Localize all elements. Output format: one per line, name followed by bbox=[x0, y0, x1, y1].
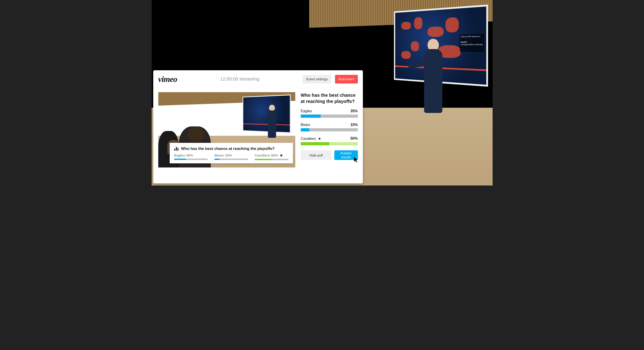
overlay-result-label: Eagles 35% bbox=[174, 153, 208, 157]
hide-poll-button[interactable]: Hide poll bbox=[301, 150, 332, 160]
streaming-time-label: 12:00:00 streaming bbox=[181, 76, 299, 82]
overlay-result-bar bbox=[174, 159, 208, 160]
vimeo-live-window: imeo 12:00:00 streaming Event settings E… bbox=[153, 70, 363, 183]
poll-option-name: Eagles bbox=[301, 109, 312, 113]
composite-stage: GDP pc PPP (Kummu e EarthTi Carnegie Mel… bbox=[152, 0, 492, 186]
poll-option-percent: 50% bbox=[350, 136, 358, 141]
star-icon: ★ bbox=[279, 153, 283, 157]
event-settings-button[interactable]: Event settings bbox=[302, 75, 331, 83]
overlay-results: Eagles 35%Bears 15%Cavaliers 50% ★ bbox=[174, 153, 288, 160]
poll-panel: Who has the best chance at reaching the … bbox=[301, 92, 358, 179]
poll-question: Who has the best chance at reaching the … bbox=[301, 92, 358, 104]
overlay-result-bar bbox=[214, 159, 248, 160]
poll-option-bar bbox=[301, 128, 358, 131]
poll-option-bar bbox=[301, 142, 358, 145]
window-body: Who has the best chance at reaching the … bbox=[153, 88, 363, 183]
poll-option-percent: 15% bbox=[350, 123, 358, 127]
black-block bbox=[152, 0, 309, 66]
overlay-result-label: Bears 15% bbox=[214, 153, 248, 157]
legend-brand: EarthTi bbox=[460, 41, 483, 43]
overlay-result: Bears 15% bbox=[214, 153, 248, 160]
legend-title: GDP pc PPP (Kummu e bbox=[460, 35, 483, 38]
star-icon: ★ bbox=[318, 137, 321, 141]
speaker-figure bbox=[415, 35, 447, 136]
poll-option-name: Cavaliers ★ bbox=[301, 136, 321, 141]
overlay-result-label: Cavaliers 50% ★ bbox=[255, 153, 288, 157]
window-header: imeo 12:00:00 streaming Event settings E… bbox=[153, 70, 363, 88]
poll-icon bbox=[174, 147, 178, 151]
end-event-button[interactable]: End event bbox=[335, 75, 358, 83]
poll-option[interactable]: Bears15% bbox=[301, 123, 358, 131]
video-preview[interactable]: Who has the best chance at reaching the … bbox=[158, 92, 295, 167]
stage-screen-legend: GDP pc PPP (Kummu e EarthTi Carnegie Mel… bbox=[460, 34, 484, 52]
poll-option[interactable]: Eagles35% bbox=[301, 109, 358, 118]
overlay-result: Cavaliers 50% ★ bbox=[255, 153, 288, 160]
poll-options: Eagles35%Bears15%Cavaliers ★50% bbox=[301, 109, 358, 145]
poll-option[interactable]: Cavaliers ★50% bbox=[301, 136, 358, 145]
poll-actions: Hide poll Publish results bbox=[301, 150, 358, 160]
overlay-result-bar bbox=[255, 159, 288, 160]
poll-option-percent: 35% bbox=[350, 109, 358, 113]
poll-overlay-card: Who has the best chance at reaching the … bbox=[170, 143, 293, 163]
poll-option-bar bbox=[301, 114, 358, 118]
vimeo-logo: imeo bbox=[158, 75, 177, 83]
poll-option-name: Bears bbox=[301, 123, 310, 127]
overlay-result: Eagles 35% bbox=[174, 153, 208, 160]
overlay-question: Who has the best chance at reaching the … bbox=[181, 146, 275, 151]
legend-subtitle: Carnegie Mellon University bbox=[460, 43, 483, 46]
publish-results-button[interactable]: Publish results bbox=[334, 150, 358, 160]
